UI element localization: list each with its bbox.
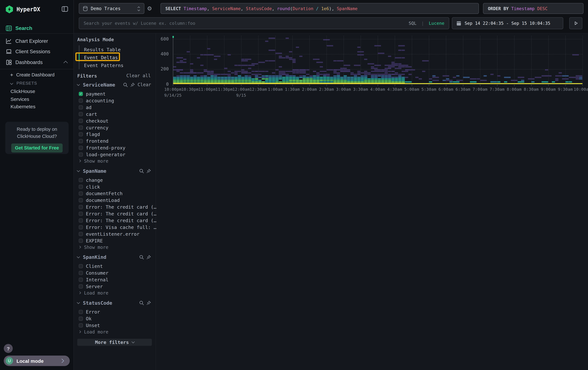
- facet-option-click[interactable]: click: [79, 183, 156, 190]
- facet-option-accounting[interactable]: accounting: [79, 97, 156, 104]
- date-range-picker[interactable]: Sep 14 22:04:35 - Sep 15 10:04:35: [452, 17, 563, 29]
- facet-option-checkout[interactable]: checkout: [79, 117, 156, 124]
- facet-option-change[interactable]: change: [79, 177, 156, 183]
- create-dashboard-button[interactable]: + Create Dashboard: [0, 71, 74, 79]
- presets-section-toggle[interactable]: PRESETS: [0, 80, 74, 87]
- heatmap-canvas[interactable]: [160, 34, 588, 90]
- facet-option-error[interactable]: Error: [79, 308, 156, 315]
- checkbox[interactable]: [79, 264, 83, 268]
- checkbox[interactable]: [79, 271, 83, 275]
- checkbox[interactable]: [79, 132, 83, 136]
- checkbox[interactable]: [79, 323, 83, 327]
- checkbox[interactable]: [79, 316, 83, 321]
- facet-option-error-visa-cache-full-[interactable]: Error: Visa cache full: …: [79, 224, 156, 230]
- facet-option-error-the-credit-card-[interactable]: Error: The credit card (…: [79, 203, 156, 210]
- facet-load-more-spankind[interactable]: Load more: [79, 290, 156, 296]
- checkbox[interactable]: [79, 105, 83, 109]
- facet-group-header-spanname[interactable]: SpanName: [74, 168, 156, 174]
- local-mode-button[interactable]: U Local mode: [4, 356, 70, 366]
- checkbox[interactable]: [79, 185, 83, 189]
- facet-option-documentload[interactable]: documentLoad: [79, 197, 156, 203]
- facet-option-client[interactable]: Client: [79, 263, 156, 270]
- facet-pin-icon[interactable]: [146, 255, 151, 260]
- checkbox[interactable]: [79, 211, 83, 216]
- facet-option-cart[interactable]: cart: [79, 110, 156, 117]
- facet-option-internal[interactable]: Internal: [79, 276, 156, 283]
- facet-option-consumer[interactable]: Consumer: [79, 270, 156, 276]
- facet-option-error-the-credit-card-[interactable]: Error: The credit card (…: [79, 210, 156, 217]
- lang-sql[interactable]: SQL: [409, 20, 416, 26]
- checkbox[interactable]: [79, 146, 83, 150]
- facet-group-header-statuscode[interactable]: StatusCode: [74, 300, 156, 306]
- checkbox[interactable]: [79, 198, 83, 202]
- checkbox[interactable]: [79, 112, 83, 116]
- facet-option-documentfetch[interactable]: documentFetch: [79, 190, 156, 197]
- checkbox[interactable]: [79, 310, 83, 314]
- facet-search-icon[interactable]: [139, 169, 144, 173]
- sidebar-item-clickhouse[interactable]: ClickHouse: [0, 87, 74, 95]
- facet-option-ok[interactable]: Ok: [79, 315, 156, 322]
- search-input[interactable]: Search your events w/ Lucene ex. column:…: [79, 17, 449, 29]
- lang-lucene[interactable]: Lucene: [429, 20, 444, 26]
- checkbox[interactable]: [79, 152, 83, 157]
- analysis-mode-event-patterns[interactable]: Event Patterns: [84, 63, 124, 68]
- facet-pin-icon[interactable]: [146, 169, 151, 173]
- analysis-mode-results-table[interactable]: Results Table: [84, 47, 121, 52]
- checkbox[interactable]: [79, 278, 83, 282]
- facet-clear-button[interactable]: Clear: [137, 82, 151, 87]
- facet-option-payment[interactable]: ✓payment: [79, 90, 156, 97]
- facet-option-unset[interactable]: Unset: [79, 322, 156, 329]
- source-select[interactable]: Demo Traces: [79, 3, 144, 14]
- checkbox-checked[interactable]: ✓: [79, 91, 83, 96]
- checkbox[interactable]: [79, 98, 83, 102]
- facet-group-header-spankind[interactable]: SpanKind: [74, 254, 156, 260]
- facet-load-more-statuscode[interactable]: Load more: [79, 329, 156, 335]
- checkbox[interactable]: [79, 125, 83, 130]
- checkbox[interactable]: [79, 225, 83, 229]
- facet-search-icon[interactable]: [123, 82, 128, 87]
- facet-option-currency[interactable]: currency: [79, 124, 156, 131]
- facet-option-load-generator[interactable]: load-generator: [79, 151, 156, 158]
- facet-option-ad[interactable]: ad: [79, 104, 156, 110]
- checkbox[interactable]: [79, 119, 83, 123]
- collapse-sidebar-icon[interactable]: [62, 6, 68, 12]
- sidebar-item-client-sessions[interactable]: Client Sessions: [0, 46, 74, 57]
- checkbox[interactable]: [79, 205, 83, 209]
- sidebar-item-kubernetes[interactable]: Kubernetes: [0, 103, 74, 110]
- sidebar-item-chart-explorer[interactable]: Chart Explorer: [0, 36, 74, 46]
- facet-option-expire[interactable]: EXPIRE: [79, 237, 156, 244]
- checkbox[interactable]: [79, 284, 83, 289]
- sidebar-item-search[interactable]: Search: [0, 23, 74, 33]
- language-toggle[interactable]: SQL | Lucene: [409, 20, 444, 26]
- more-filters-button[interactable]: More filters: [77, 339, 152, 346]
- facet-option-error-the-credit-card-[interactable]: Error: The credit card (…: [79, 217, 156, 224]
- checkbox[interactable]: [79, 218, 83, 222]
- facet-option-frontend[interactable]: frontend: [79, 138, 156, 144]
- facet-option-frontend-proxy[interactable]: frontend-proxy: [79, 144, 156, 151]
- checkbox[interactable]: [79, 139, 83, 143]
- facet-show-more-spanname[interactable]: Show more: [79, 244, 156, 250]
- clear-all-button[interactable]: Clear all: [126, 73, 151, 78]
- facet-search-icon[interactable]: [139, 255, 144, 260]
- facet-group-header-servicename[interactable]: ServiceNameClear: [74, 82, 156, 88]
- facet-option-eventlistener-error[interactable]: eventListener.error: [79, 230, 156, 237]
- orderby-editor[interactable]: ORDER BY Timestamp DESC: [483, 3, 584, 14]
- checkbox[interactable]: [79, 191, 83, 195]
- sidebar-item-services[interactable]: Services: [0, 95, 74, 103]
- gear-icon[interactable]: ⚙: [147, 5, 152, 12]
- sql-token-red: ServiceName: [212, 6, 241, 11]
- run-search-button[interactable]: [569, 17, 583, 29]
- facet-show-more-servicename[interactable]: Show more: [79, 158, 156, 164]
- facet-search-icon[interactable]: [139, 300, 144, 305]
- checkbox[interactable]: [79, 238, 83, 243]
- get-started-button[interactable]: Get Started for Free: [11, 143, 63, 152]
- sql-select-editor[interactable]: SELECT Timestamp, ServiceName, StatusCod…: [160, 3, 479, 14]
- facet-option-flagd[interactable]: flagd: [79, 131, 156, 138]
- facet-pin-icon[interactable]: [146, 300, 151, 305]
- facet-pin-icon[interactable]: [130, 82, 135, 87]
- checkbox[interactable]: [79, 232, 83, 236]
- facet-option-server[interactable]: Server: [79, 283, 156, 290]
- help-button[interactable]: ?: [4, 344, 13, 353]
- checkbox[interactable]: [79, 178, 83, 182]
- sidebar-item-dashboards[interactable]: Dashboards: [0, 57, 74, 67]
